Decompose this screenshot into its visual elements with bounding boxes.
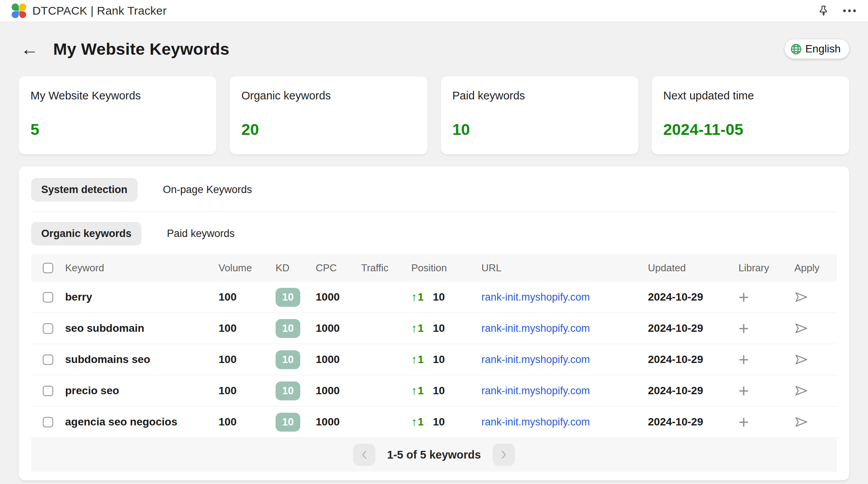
keywords-panel: System detection On-page Keywords Organi… bbox=[19, 166, 849, 481]
position-cell: ↑ 1 10 bbox=[411, 291, 481, 304]
tab-on-page-keywords[interactable]: On-page Keywords bbox=[153, 178, 262, 202]
keyword-cell: seo subdomain bbox=[65, 322, 219, 334]
table-row: berry 100 10 1000 ↑ 1 10 rank-init.mysho… bbox=[31, 282, 837, 313]
add-to-library-button[interactable]: + bbox=[738, 351, 749, 368]
updated-cell: 2024-10-29 bbox=[648, 416, 738, 428]
url-link[interactable]: rank-init.myshopify.com bbox=[481, 323, 590, 334]
stat-label: Paid keywords bbox=[453, 89, 627, 102]
col-library: Library bbox=[738, 262, 794, 274]
pagination-label: 1-5 of 5 keywords bbox=[387, 449, 481, 461]
position-change-value: 1 bbox=[418, 385, 424, 397]
app-title: DTCPACK | Rank Tracker bbox=[32, 4, 167, 17]
position-change-value: 1 bbox=[418, 354, 424, 366]
row-checkbox[interactable] bbox=[43, 355, 53, 365]
url-link[interactable]: rank-init.myshopify.com bbox=[481, 291, 590, 303]
keyword-cell: agencia seo negocios bbox=[65, 416, 219, 428]
stat-label: Organic keywords bbox=[241, 89, 415, 102]
volume-cell: 100 bbox=[219, 353, 276, 366]
up-arrow-icon: ↑ bbox=[411, 415, 417, 429]
logo-petal-green bbox=[12, 3, 19, 11]
keyword-type-tabs: Organic keywords Paid keywords bbox=[31, 222, 837, 245]
tab-system-detection[interactable]: System detection bbox=[31, 178, 138, 202]
position-value: 10 bbox=[433, 322, 445, 334]
position-change: ↑ 1 bbox=[411, 415, 424, 429]
language-label: English bbox=[805, 43, 841, 55]
table-row: subdomains seo 100 10 1000 ↑ 1 10 rank-i… bbox=[31, 344, 837, 375]
kd-badge: 10 bbox=[276, 350, 300, 369]
row-checkbox[interactable] bbox=[43, 386, 53, 396]
volume-cell: 100 bbox=[219, 416, 276, 428]
up-arrow-icon: ↑ bbox=[411, 384, 417, 397]
position-change: ↑ 1 bbox=[411, 353, 424, 366]
tab-paid-keywords[interactable]: Paid keywords bbox=[157, 222, 245, 245]
cpc-cell: 1000 bbox=[316, 322, 361, 334]
app-top-bar: DTCPACK | Rank Tracker bbox=[0, 0, 868, 22]
more-options-icon[interactable] bbox=[843, 8, 856, 13]
cpc-cell: 1000 bbox=[316, 385, 361, 397]
position-cell: ↑ 1 10 bbox=[411, 384, 481, 397]
tab-organic-keywords[interactable]: Organic keywords bbox=[31, 222, 141, 245]
kd-badge: 10 bbox=[276, 319, 300, 338]
row-checkbox[interactable] bbox=[43, 292, 53, 302]
add-to-library-button[interactable]: + bbox=[738, 413, 749, 431]
table-body: berry 100 10 1000 ↑ 1 10 rank-init.mysho… bbox=[31, 282, 837, 438]
logo-petal-blue bbox=[12, 11, 19, 18]
up-arrow-icon: ↑ bbox=[411, 353, 417, 366]
globe-icon bbox=[790, 43, 802, 55]
position-change: ↑ 1 bbox=[411, 322, 424, 335]
position-value: 10 bbox=[433, 385, 445, 397]
topbar-actions bbox=[817, 5, 856, 17]
logo-petal-red bbox=[19, 11, 27, 18]
volume-cell: 100 bbox=[219, 291, 276, 303]
position-value: 10 bbox=[433, 291, 445, 303]
col-keyword: Keyword bbox=[65, 262, 219, 274]
add-to-library-button[interactable]: + bbox=[738, 288, 749, 306]
stat-card-paid-keywords: Paid keywords 10 bbox=[441, 76, 639, 155]
col-volume: Volume bbox=[219, 262, 276, 274]
kd-cell: 10 bbox=[276, 350, 316, 369]
page-content: ← My Website Keywords English My Website… bbox=[0, 39, 868, 481]
pagination-bar: 1-5 of 5 keywords bbox=[31, 438, 837, 472]
kd-cell: 10 bbox=[276, 288, 316, 307]
cpc-cell: 1000 bbox=[316, 353, 361, 366]
col-traffic: Traffic bbox=[361, 262, 411, 274]
position-change: ↑ 1 bbox=[411, 384, 424, 397]
kd-badge: 10 bbox=[276, 413, 300, 432]
kd-badge: 10 bbox=[276, 288, 300, 307]
add-to-library-button[interactable]: + bbox=[738, 319, 749, 337]
table-row: precio seo 100 10 1000 ↑ 1 10 rank-init.… bbox=[31, 375, 837, 407]
select-all-checkbox[interactable] bbox=[43, 263, 53, 273]
row-checkbox[interactable] bbox=[43, 323, 53, 334]
next-page-button[interactable] bbox=[493, 444, 515, 466]
kd-badge: 10 bbox=[276, 381, 300, 400]
kd-cell: 10 bbox=[276, 319, 316, 338]
stat-value: 5 bbox=[30, 121, 205, 139]
stats-row: My Website Keywords 5 Organic keywords 2… bbox=[19, 76, 849, 155]
row-checkbox[interactable] bbox=[43, 417, 53, 427]
apply-send-icon[interactable] bbox=[794, 353, 808, 366]
volume-cell: 100 bbox=[219, 322, 276, 334]
add-to-library-button[interactable]: + bbox=[738, 382, 749, 400]
col-url: URL bbox=[481, 262, 648, 274]
up-arrow-icon: ↑ bbox=[411, 291, 417, 304]
previous-page-button[interactable] bbox=[353, 444, 375, 466]
table-row: seo subdomain 100 10 1000 ↑ 1 10 rank-in… bbox=[31, 313, 837, 344]
keyword-cell: subdomains seo bbox=[65, 353, 219, 366]
pin-icon[interactable] bbox=[817, 5, 829, 17]
url-link[interactable]: rank-init.myshopify.com bbox=[481, 385, 590, 397]
position-change-value: 1 bbox=[418, 291, 424, 303]
apply-send-icon[interactable] bbox=[794, 291, 808, 304]
cpc-cell: 1000 bbox=[316, 416, 361, 428]
url-link[interactable]: rank-init.myshopify.com bbox=[481, 354, 590, 366]
up-arrow-icon: ↑ bbox=[411, 322, 417, 335]
apply-send-icon[interactable] bbox=[794, 384, 808, 397]
col-kd: KD bbox=[276, 262, 316, 274]
stat-card-next-updated-time: Next updated time 2024-11-05 bbox=[651, 76, 849, 155]
back-button[interactable]: ← bbox=[19, 40, 41, 58]
updated-cell: 2024-10-29 bbox=[648, 322, 738, 334]
stat-value: 20 bbox=[241, 121, 415, 139]
apply-send-icon[interactable] bbox=[794, 322, 808, 335]
apply-send-icon[interactable] bbox=[794, 415, 808, 429]
language-button[interactable]: English bbox=[784, 39, 849, 59]
url-link[interactable]: rank-init.myshopify.com bbox=[481, 416, 590, 428]
